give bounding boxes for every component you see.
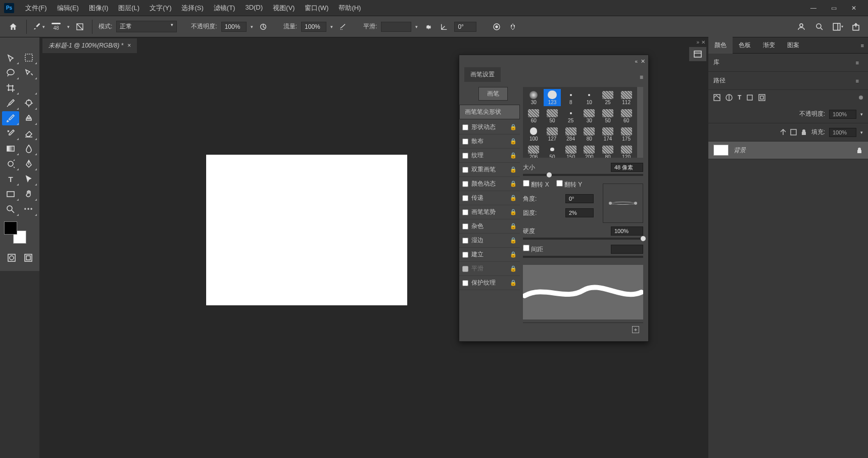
pressure-size-icon[interactable]	[491, 21, 503, 33]
quick-select-tool[interactable]	[20, 66, 37, 80]
quick-mask-icon[interactable]	[4, 251, 19, 265]
panel-menu-icon[interactable]: ≡	[857, 42, 868, 49]
close-tab-icon[interactable]: ×	[127, 42, 131, 49]
brush-preset-10[interactable]: 10	[581, 89, 598, 106]
new-preset-icon[interactable]: +	[632, 326, 639, 333]
brush-preset-206[interactable]: 206	[525, 144, 543, 158]
menu-帮助(H)[interactable]: 帮助(H)	[333, 1, 366, 16]
lock-icon[interactable]: 🔒	[510, 138, 517, 145]
dock-close-icon[interactable]: ✕	[701, 39, 705, 45]
brush-preset-80[interactable]: 80	[581, 125, 598, 143]
dock-collapse-icon[interactable]: »	[696, 39, 699, 45]
brush-preset-150[interactable]: 150	[562, 144, 580, 158]
brush-preset-175[interactable]: 175	[617, 125, 635, 143]
roundness-input[interactable]	[565, 208, 594, 217]
dock-item-icon[interactable]	[689, 47, 706, 61]
close-button[interactable]: ✕	[844, 1, 864, 15]
blur-tool[interactable]	[20, 142, 37, 156]
brush-preset-100[interactable]: 100	[525, 125, 543, 143]
pressure-opacity-icon[interactable]	[257, 21, 269, 33]
brush-preset-25[interactable]: 25	[599, 89, 617, 106]
menu-滤镜(T)[interactable]: 滤镜(T)	[209, 1, 240, 16]
flip-y-checkbox[interactable]: 翻转 Y	[556, 180, 583, 189]
menu-选择(S)[interactable]: 选择(S)	[176, 1, 208, 16]
panel-menu-icon[interactable]: ≡	[852, 60, 863, 66]
lock-icon[interactable]: 🔒	[510, 265, 517, 272]
layer-opacity-input[interactable]	[829, 110, 856, 119]
smooth-input[interactable]	[381, 22, 411, 32]
lock-icon[interactable]: 🔒	[510, 195, 517, 201]
filter-smart-icon[interactable]	[758, 94, 765, 101]
maximize-button[interactable]: ▭	[824, 1, 844, 15]
brush-angle-input[interactable]	[565, 194, 594, 203]
lock-icon[interactable]: 🔒	[510, 280, 517, 286]
menu-窗口(W)[interactable]: 窗口(W)	[300, 1, 333, 16]
brush-preset-60[interactable]: 60	[525, 107, 543, 124]
brush-opt-散布[interactable]: 散布🔒	[459, 134, 520, 149]
menu-图像(I)[interactable]: 图像(I)	[84, 1, 113, 16]
foreground-color[interactable]	[4, 221, 17, 235]
history-brush-tool[interactable]	[2, 126, 19, 141]
brush-preset-picker[interactable]: 48	[49, 21, 63, 32]
brush-preset-50[interactable]: 50	[544, 107, 561, 124]
lock-move-icon[interactable]	[780, 129, 786, 135]
lasso-tool[interactable]	[2, 66, 19, 80]
lock-icon[interactable]: 🔒	[510, 124, 517, 130]
libraries-panel-tab[interactable]: 库 ≡	[708, 54, 868, 72]
filter-adjust-icon[interactable]	[726, 94, 733, 101]
brush-preset-174[interactable]: 174	[599, 125, 617, 143]
preset-scrollbar[interactable]	[637, 87, 643, 158]
menu-文件(F)[interactable]: 文件(F)	[20, 1, 52, 16]
home-button[interactable]	[6, 20, 20, 34]
brush-preset-50[interactable]: 50	[599, 107, 617, 124]
document-canvas[interactable]	[206, 155, 407, 305]
brush-opt-保护纹理[interactable]: 保护纹理🔒	[459, 276, 520, 290]
spacing-input[interactable]	[611, 245, 643, 254]
zoom-tool[interactable]	[2, 202, 19, 216]
paths-panel-tab[interactable]: 路径 ≡	[708, 72, 868, 90]
search-icon[interactable]	[813, 21, 826, 33]
tab-patterns[interactable]: 图案	[781, 37, 805, 54]
hardness-slider[interactable]	[523, 238, 643, 240]
lock-artboard-icon[interactable]	[790, 129, 797, 135]
minimize-button[interactable]: —	[803, 1, 824, 15]
filter-text-icon[interactable]: T	[738, 94, 741, 101]
lock-icon[interactable]: 🔒	[510, 251, 517, 258]
spot-heal-tool[interactable]	[20, 96, 37, 110]
lock-icon[interactable]: 🔒	[510, 223, 517, 230]
lock-all-icon[interactable]	[801, 129, 807, 135]
brush-preset-120[interactable]: 120	[617, 144, 635, 158]
brush-opt-颜色动态[interactable]: 颜色动态🔒	[459, 177, 520, 191]
brush-preset-8[interactable]: 8	[562, 89, 580, 106]
tab-color[interactable]: 颜色	[708, 37, 733, 54]
brush-preset-123[interactable]: 123	[544, 89, 561, 106]
brush-preset-60[interactable]: 60	[617, 107, 635, 124]
brush-tool[interactable]	[2, 111, 19, 125]
hand-tool[interactable]	[20, 187, 37, 201]
brush-opt-纹理[interactable]: 纹理🔒	[459, 149, 520, 163]
frame-tool[interactable]	[20, 81, 37, 95]
brush-tool-icon[interactable]: ▾	[33, 21, 45, 33]
pen-tool[interactable]	[20, 157, 37, 171]
menu-图层(L)[interactable]: 图层(L)	[113, 1, 144, 16]
tab-swatches[interactable]: 色板	[733, 37, 757, 54]
brush-preset-50[interactable]: 50	[544, 144, 561, 158]
brush-preset-25[interactable]: 25	[562, 107, 580, 124]
angle-control[interactable]	[603, 184, 643, 223]
brush-preset-80[interactable]: 80	[599, 144, 617, 158]
airbrush-icon[interactable]	[337, 21, 349, 33]
menu-编辑(E)[interactable]: 编辑(E)	[52, 1, 84, 16]
brush-opt-建立[interactable]: 建立🔒	[459, 248, 520, 262]
blend-mode-dropdown[interactable]: 正常▾	[116, 21, 177, 32]
symmetry-icon[interactable]	[507, 21, 519, 33]
panel-close-icon[interactable]: ✕	[641, 58, 645, 65]
brush-opt-杂色[interactable]: 杂色🔒	[459, 219, 520, 234]
workspace-icon[interactable]: ▾	[832, 21, 844, 33]
lock-icon[interactable]: 🔒	[510, 166, 517, 173]
layer-thumbnail[interactable]	[713, 145, 729, 156]
brush-preset-284[interactable]: 284	[562, 125, 580, 143]
more-tools[interactable]: •••	[20, 202, 37, 216]
tab-gradients[interactable]: 渐变	[757, 37, 781, 54]
spacing-checkbox[interactable]: 间距	[523, 245, 543, 254]
size-input[interactable]	[611, 163, 643, 172]
